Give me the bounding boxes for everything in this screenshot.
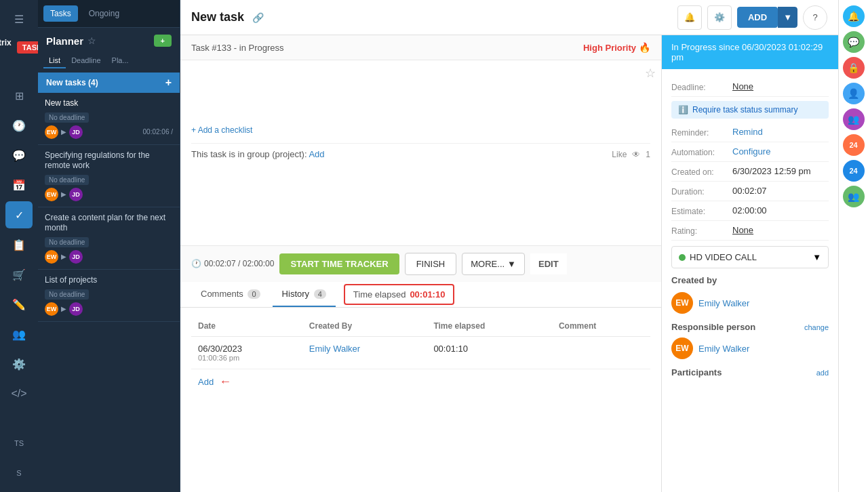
avatar: EW [45,250,58,264]
task-meta: EW ▶ JD 00:02:06 / [45,125,173,139]
sidebar: Tasks Ongoing Planner ☆ + List Deadline … [38,0,180,492]
nav-icon-5[interactable]: 📋 [5,231,33,258]
estimate-value: 02:00:00 [732,205,829,216]
subtab-list[interactable]: List [43,54,66,68]
avatar: JD [69,125,83,139]
nav-icon-bottom-ts[interactable]: TS [5,430,33,457]
nav-icon-6[interactable]: 🛒 [5,261,33,288]
notification-button[interactable]: 🔔 [677,5,702,30]
nav-icon-9[interactable]: ⚙️ [5,350,33,377]
tab-comments[interactable]: Comments 0 [191,282,270,307]
list-item[interactable]: Create a content plan for the next month… [38,207,180,270]
nav-icon-2[interactable]: 🕐 [5,112,33,139]
avatar: JD [69,302,83,316]
add-checklist-button[interactable]: + Add a checklist [191,123,650,138]
chevron-down-icon: ▼ [812,252,821,262]
nav-icon-tasks[interactable]: ✓ [5,201,33,228]
created-by-link[interactable]: Emily Walker [309,344,360,354]
responsible-name[interactable]: Emily Walker [698,344,749,354]
edit-button[interactable]: EDIT [530,253,567,274]
finish-button[interactable]: FINISH [405,253,457,275]
hamburger-menu-icon[interactable]: ☰ [5,5,33,33]
automation-value[interactable]: Configure [732,146,829,157]
nav-icon-bottom-s[interactable]: S [5,459,33,487]
right-team-icon[interactable]: 👥 [843,186,865,207]
list-item[interactable]: List of projects No deadline EW ▶ JD [38,270,180,322]
add-dropdown-button[interactable]: ▼ [778,7,797,28]
priority-badge: High Priority 🔥 [583,42,650,53]
avatar: EW [45,302,58,316]
task-meta: EW ▶ JD [45,302,173,316]
top-bar: New task 🔗 🔔 ⚙️ ADD ▼ ? [180,0,838,35]
nav-icon-10[interactable]: </> [5,380,33,407]
reminder-row: Reminder: Remind [671,123,829,142]
col-created-by: Created By [302,316,427,337]
tab-history[interactable]: History 4 [273,282,336,307]
right-notification-icon[interactable]: 🔔 [843,5,865,27]
deadline-value[interactable]: None [732,81,829,91]
star-icon[interactable]: ☆ [87,35,96,46]
star-favorite-icon[interactable]: ☆ [645,66,656,81]
reminder-value[interactable]: Remind [732,127,829,137]
subtab-plan[interactable]: Pla... [106,54,134,68]
section-add-icon[interactable]: + [165,77,172,89]
nav-icon-4[interactable]: 📅 [5,171,33,199]
right-person-icon[interactable]: 👤 [843,83,865,104]
right-bitrix24-icon2[interactable]: 24 [843,160,865,182]
participants-section-title: Participants [671,367,722,377]
sidebar-title-row: Planner ☆ + [38,28,180,54]
right-group-icon[interactable]: 👥 [843,108,865,130]
time-elapsed-badge: Time elapsed 00:01:10 [344,284,455,305]
more-button[interactable]: MORE... ▼ [462,253,525,275]
settings-button[interactable]: ⚙️ [707,5,732,30]
add-time-entry-link[interactable]: Add [198,377,214,387]
task-meta: EW ▶ JD [45,188,173,201]
status-hint: ℹ️ Require task status summary [671,101,829,119]
created-by-section-title: Created by [671,275,829,285]
add-participants-link[interactable]: add [816,369,829,377]
add-main-button[interactable]: ADD [737,7,778,28]
nav-icon-7[interactable]: ✏️ [5,291,33,318]
right-bitrix24-icon[interactable]: 24 [843,134,865,156]
arrow-icon: ▶ [61,305,66,312]
sidebar-add-button[interactable]: + [154,35,172,47]
nav-icon-3[interactable]: 💬 [5,142,33,169]
task-status-text: Task #133 - in Progress [191,43,284,53]
link-icon[interactable]: 🔗 [252,12,264,23]
add-row: Add ← [191,369,650,394]
deadline-row: Deadline: None [671,77,829,97]
right-lock-icon[interactable]: 🔒 [843,57,865,79]
tabs-row: Comments 0 History 4 Time elapsed 00:01:… [180,282,661,308]
group-add-link[interactable]: Add [309,149,324,159]
help-button[interactable]: ? [803,5,827,30]
rating-value[interactable]: None [732,225,829,235]
automation-row: Automation: Configure [671,142,829,162]
hd-video-call-button[interactable]: HD VIDEO CALL ▼ [671,246,829,268]
change-responsible-link[interactable]: change [804,323,829,331]
in-progress-banner: In Progress since 06/30/2023 01:02:29 pm [662,35,838,69]
created-by-name[interactable]: Emily Walker [698,298,749,308]
sidebar-tab-tasks[interactable]: Tasks [43,5,78,22]
responsible-person-row: EW Emily Walker [671,335,829,362]
right-chat-icon[interactable]: 💬 [843,31,865,53]
list-item[interactable]: Specifying regulations for the remote wo… [38,145,180,207]
task-meta: EW ▶ JD [45,250,173,264]
nav-icon-1[interactable]: ⊞ [5,82,33,109]
info-icon: ℹ️ [678,105,688,115]
nav-icon-8[interactable]: 👥 [5,321,33,348]
avatar: JD [69,250,83,264]
like-button[interactable]: Like [612,150,627,159]
flame-icon: 🔥 [639,42,650,53]
list-item[interactable]: New task No deadline EW ▶ JD 00:02:06 / [38,93,180,145]
eye-icon: 👁 [632,150,640,159]
created-by-avatar: EW [671,292,693,314]
table-header-row: Date Created By Time elapsed Comment [191,316,650,337]
main-area: New task 🔗 🔔 ⚙️ ADD ▼ ? Task #133 - in P… [180,0,838,492]
content-area: Task #133 - in Progress High Priority 🔥 … [180,35,838,492]
sidebar-tab-ongoing[interactable]: Ongoing [82,5,126,22]
subtab-deadline[interactable]: Deadline [66,54,106,68]
start-time-tracker-button[interactable]: START TIME TRACKER [279,253,399,274]
hd-dot [679,254,686,261]
time-table: Date Created By Time elapsed Comment 06/… [180,308,661,493]
sidebar-title: Planner [46,35,83,47]
